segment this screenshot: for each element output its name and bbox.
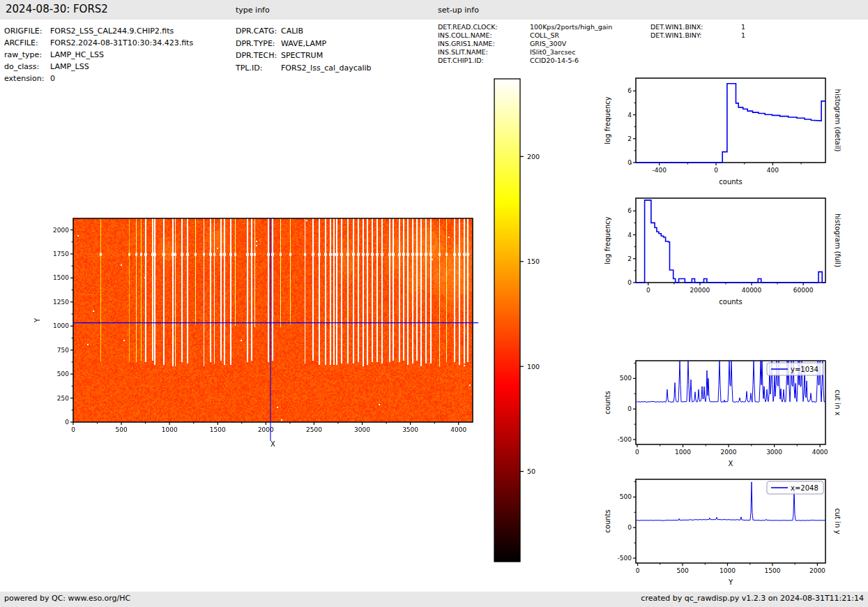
svg-text:X: X (271, 440, 275, 448)
info-value: FORS2_LSS_CAL244.9.CHIP2.fits (50, 25, 174, 37)
svg-text:2000: 2000 (809, 567, 825, 574)
svg-text:2000: 2000 (721, 449, 737, 456)
legend: x=2048 (767, 481, 823, 494)
info-label: TPL.ID: (236, 62, 281, 75)
svg-text:-400: -400 (653, 167, 667, 174)
info-row: ORIGFILE:FORS2_LSS_CAL244.9.CHIP2.fits (4, 25, 193, 37)
info-row: DET.WIN1.BINX:1 (650, 23, 745, 31)
info-value: 1 (741, 31, 745, 40)
svg-text:X: X (729, 460, 733, 467)
info-value: ISlit0_3arcsec (530, 48, 575, 57)
page-title: 2024-08-30: FORS2 (6, 3, 108, 15)
svg-text:-500: -500 (618, 555, 632, 562)
setup-info-block: DET.READ.CLOCK:100Kps/2ports/high_gainIN… (438, 23, 612, 65)
svg-text:1250: 1250 (53, 299, 69, 306)
footer-right: created by qc_rawdisp.py v1.2.3 on 2024-… (641, 594, 864, 603)
svg-text:y=1034: y=1034 (791, 366, 818, 373)
svg-text:1000: 1000 (162, 426, 178, 433)
info-label: extension: (4, 73, 50, 84)
svg-text:1500: 1500 (764, 567, 780, 574)
info-value: FORS2.2024-08-31T10:30:34.423.fits (50, 37, 193, 49)
type-info-block: DPR.CATG:CALIBDPR.TYPE:WAVE,LAMPDPR.TECH… (236, 25, 372, 74)
svg-text:3000: 3000 (354, 426, 370, 433)
svg-text:0: 0 (627, 159, 632, 166)
svg-text:1000: 1000 (675, 449, 691, 456)
svg-text:2: 2 (627, 255, 632, 262)
info-value: 100Kps/2ports/high_gain (530, 23, 612, 31)
svg-text:cut in x: cut in x (834, 389, 842, 415)
svg-text:0: 0 (627, 279, 632, 286)
svg-text:2000: 2000 (258, 426, 274, 433)
svg-text:x=2048: x=2048 (791, 484, 818, 492)
svg-text:750: 750 (57, 347, 69, 354)
type-info-heading: type info (236, 6, 270, 15)
svg-text:counts: counts (719, 178, 742, 186)
info-value: SPECTRUM (281, 50, 323, 62)
info-label: INS.GRIS1.NAME: (438, 40, 530, 48)
info-row: INS.COLL.NAME:COLL_SR (438, 31, 612, 40)
info-value: WAVE,LAMP (281, 38, 326, 50)
raw-image-axes: 0500100015002000250030003500400002505007… (21, 206, 488, 464)
svg-text:60000: 60000 (793, 287, 814, 294)
svg-text:Y: Y (728, 578, 733, 586)
svg-text:4: 4 (627, 112, 632, 119)
info-value: CCID20-14-5-6 (530, 57, 579, 65)
svg-text:1500: 1500 (53, 274, 69, 281)
svg-text:0: 0 (627, 524, 632, 531)
svg-text:1000: 1000 (719, 567, 736, 574)
info-label: DPR.TECH: (236, 50, 281, 62)
info-label: DET.CHIP1.ID: (438, 57, 530, 65)
header-bar: 2024-08-30: FORS2 type info set-up info (0, 0, 868, 20)
info-value: CALIB (281, 25, 303, 38)
svg-text:1000: 1000 (53, 322, 69, 329)
info-value: GRIS_300V (530, 40, 566, 48)
info-row: DPR.TYPE:WAVE,LAMP (236, 38, 372, 50)
svg-text:0: 0 (635, 449, 639, 456)
svg-text:-500: -500 (618, 436, 632, 443)
svg-text:counts: counts (604, 509, 611, 532)
svg-text:0: 0 (636, 567, 640, 574)
svg-text:counts: counts (604, 391, 611, 414)
svg-text:histogram (full): histogram (full) (834, 213, 842, 267)
qc-report-page: 2024-08-30: FORS2 type info set-up info … (0, 0, 868, 607)
info-value: 1 (741, 23, 745, 31)
svg-text:cut in y: cut in y (834, 508, 842, 534)
info-value: FORS2_lss_cal_daycalib (281, 62, 372, 75)
info-label: ORIGFILE: (4, 25, 50, 37)
svg-text:4: 4 (627, 232, 632, 239)
info-value: 0 (50, 73, 55, 84)
svg-text:3000: 3000 (766, 449, 782, 456)
footer-bar: powered by QC: www.eso.org/HC created by… (0, 592, 868, 607)
info-row: do_class:LAMP_LSS (4, 61, 193, 73)
colorbar: 50100150200 (488, 70, 558, 572)
svg-text:20000: 20000 (690, 287, 710, 294)
svg-text:log frequency: log frequency (604, 96, 611, 144)
info-value: COLL_SR (530, 31, 559, 40)
info-row: DET.WIN1.BINY:1 (650, 31, 745, 40)
cut-in-x-plot: 01000200030004000-5000500Xcountscut in x… (593, 352, 868, 472)
info-label: DET.WIN1.BINY: (650, 31, 741, 40)
info-row: DET.CHIP1.ID:CCID20-14-5-6 (438, 57, 612, 65)
info-row: DPR.CATG:CALIB (236, 25, 372, 38)
info-row: INS.GRIS1.NAME:GRIS_300V (438, 40, 612, 48)
info-row: DPR.TECH:SPECTRUM (236, 50, 372, 62)
svg-text:2500: 2500 (306, 426, 322, 433)
histogram-detail-plot: -40004000246countslog frequencyhistogram… (593, 70, 868, 195)
svg-text:0: 0 (714, 167, 718, 174)
svg-text:0: 0 (65, 419, 69, 426)
svg-text:6: 6 (627, 87, 632, 94)
cut-in-y-plot: 0500100015002000-5000500Ycountscut in yx… (593, 471, 868, 591)
svg-text:1750: 1750 (53, 250, 69, 257)
info-label: INS.COLL.NAME: (438, 31, 530, 40)
svg-text:200: 200 (527, 153, 540, 160)
file-info-block: ORIGFILE:FORS2_LSS_CAL244.9.CHIP2.fitsAR… (4, 25, 193, 84)
svg-text:0: 0 (627, 405, 632, 412)
info-row: raw_type:LAMP_HC_LSS (4, 49, 193, 61)
svg-text:400: 400 (767, 167, 779, 174)
svg-text:40000: 40000 (742, 287, 762, 294)
svg-text:Y: Y (33, 317, 41, 323)
info-label: INS.SLIT.NAME: (438, 48, 530, 57)
svg-text:0: 0 (71, 426, 75, 433)
info-row: DET.READ.CLOCK:100Kps/2ports/high_gain (438, 23, 612, 31)
svg-text:500: 500 (57, 370, 69, 377)
